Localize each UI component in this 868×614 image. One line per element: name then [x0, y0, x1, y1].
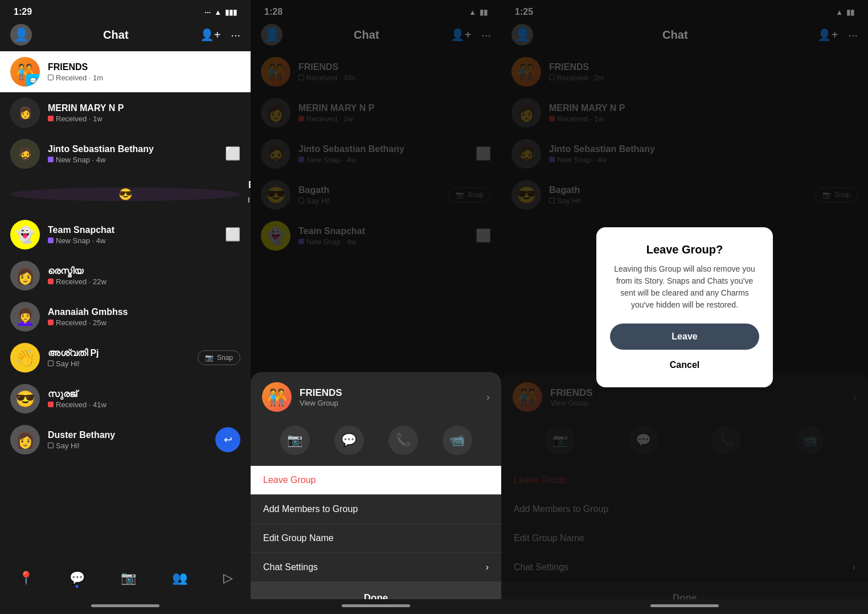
merin-avatar: 👩 [10, 98, 40, 128]
resmiya-info: രെസ്മിയ Received · 22w [48, 266, 240, 286]
merin-sub: Received · 1w [48, 114, 240, 123]
sub-icon-friends [48, 75, 54, 80]
nav-chat-icon[interactable]: 💬 [69, 571, 85, 586]
nav-chat-dot [76, 585, 79, 588]
bs-camera-btn[interactable]: 📷 [280, 425, 310, 455]
bs-group-info-2: FRIENDS View Group [300, 387, 342, 407]
home-indicator-2 [251, 599, 501, 614]
suraj-name: സുരജ് [48, 389, 240, 399]
jinto-avatar: 🧔 [10, 139, 40, 169]
suraj-sub: Received · 41w [48, 400, 240, 409]
sub-icon-snapchat [48, 238, 54, 243]
header-actions-1: 👤+ ··· [200, 28, 240, 42]
chat-item-ashathi[interactable]: 👋 അശ്വതി Pj Say Hi! 📷 Snap [0, 337, 251, 378]
chat-item-jinto[interactable]: 🧔 Jinto Sebastian Bethany New Snap · 4w … [0, 133, 251, 174]
modal-body: Leaving this Group will also remove you … [610, 263, 759, 311]
status-bar-1: 1:29 ··· ▲ ▮▮▮ [0, 0, 251, 22]
resmiya-sub: Received · 22w [48, 277, 240, 286]
nav-friends-icon[interactable]: 👥 [172, 571, 187, 586]
chat-item-resmiya[interactable]: 👩 രെസ്മിയ Received · 22w [0, 255, 251, 296]
friends-sub: Received · 1m [48, 73, 240, 82]
team-snapchat-sub: New Snap · 4w [48, 236, 217, 245]
duster-action[interactable]: ↩ [215, 427, 240, 452]
bs-phone-btn[interactable]: 📞 [388, 425, 418, 455]
wifi-icon: ▲ [214, 8, 222, 17]
battery-icon: ▮▮▮ [225, 8, 237, 17]
sub-icon-resmiya [48, 279, 54, 284]
ashathi-info: അശ്വതി Pj Say Hi! [48, 348, 190, 368]
snap-button-ashathi[interactable]: 📷 Snap [198, 350, 240, 365]
phone-1: 1:29 ··· ▲ ▮▮▮ 👤 Chat 👤+ ··· 🧑‍🤝‍🧑 💬 [0, 0, 251, 614]
add-members-item-2[interactable]: Add Members to Group [251, 495, 501, 524]
sub-icon-suraj [48, 402, 54, 407]
nav-story-icon[interactable]: ▷ [223, 571, 233, 586]
bs-chat-btn[interactable]: 💬 [334, 425, 364, 455]
sub-icon-merin [48, 116, 54, 121]
sub-icon-bagath [248, 197, 249, 203]
nav-map-icon[interactable]: 📍 [18, 571, 34, 586]
home-indicator-3 [501, 599, 868, 614]
chat-list-1: 🧑‍🤝‍🧑 💬 FRIENDS Received · 1m 👩 MERIN MA… [0, 51, 251, 564]
sub-icon-jinto [48, 157, 54, 162]
edit-group-name-item-2[interactable]: Edit Group Name [251, 524, 501, 553]
add-friend-icon[interactable]: 👤+ [200, 28, 221, 42]
leave-group-item-2[interactable]: Leave Group [251, 466, 501, 495]
bs-group-name-2: FRIENDS [300, 387, 342, 399]
bs-group-avatar-2: 🧑‍🤝‍🧑 [262, 382, 292, 412]
bs-chevron-2: › [486, 391, 490, 403]
chat-item-suraj[interactable]: 😎 സുരജ് Received · 41w [0, 378, 251, 419]
team-snapchat-info: Team Snapchat New Snap · 4w [48, 225, 217, 245]
snap-label-ashathi: Snap [217, 354, 233, 362]
chat-item-merin[interactable]: 👩 MERIN MARY N P Received · 1w [0, 92, 251, 133]
duster-info: Duster Bethany Say Hi! [48, 430, 207, 450]
nav-camera-icon[interactable]: 📷 [121, 571, 136, 586]
jinto-action: ⬜ [225, 146, 240, 161]
chat-settings-item-2[interactable]: Chat Settings › [251, 553, 501, 582]
suraj-info: സുരജ് Received · 41w [48, 389, 240, 409]
phone-2: 1:28 ▲ ▮▮ 👤 Chat 👤+ ··· 🧑‍🤝‍🧑 FRIENDS R [251, 0, 501, 614]
chat-item-team-snapchat[interactable]: 👻 Team Snapchat New Snap · 4w ⬜ [0, 214, 251, 255]
chat-item-duster[interactable]: 👩 Duster Bethany Say Hi! ↩ [0, 419, 251, 460]
chat-item-bagath[interactable]: 😎 Bagath Say Hi! 📷 Snap [0, 174, 251, 214]
signal-icon: ··· [204, 8, 211, 17]
chat-settings-chevron-2: › [486, 562, 489, 572]
bs-actions-2: 📷 💬 📞 📹 [251, 420, 501, 466]
edit-group-name-label-2: Edit Group Name [263, 533, 334, 543]
user-avatar-1[interactable]: 👤 [10, 24, 32, 46]
resend-icon: ↩ [224, 433, 232, 446]
duster-avatar: 👩 [10, 425, 40, 455]
modal-leave-button[interactable]: Leave [610, 324, 759, 350]
merin-info: MERIN MARY N P Received · 1w [48, 103, 240, 123]
jinto-name: Jinto Sebastian Bethany [48, 144, 217, 154]
jinto-info: Jinto Sebastian Bethany New Snap · 4w [48, 144, 217, 164]
ashathi-name: അശ്വതി Pj [48, 348, 190, 358]
ananaiah-name: Ananaiah Gmbhss [48, 307, 240, 317]
leave-group-label-2: Leave Group [263, 475, 316, 485]
duster-sub: Say Hi! [48, 441, 207, 450]
bagath-avatar: 😎 [10, 187, 240, 201]
friends-name: FRIENDS [48, 62, 240, 72]
chat-item-ananaiah[interactable]: 👩‍🦱 Ananaiah Gmbhss Received · 25w [0, 296, 251, 337]
status-time-1: 1:29 [14, 7, 32, 17]
suraj-avatar: 😎 [10, 384, 40, 414]
friends-info: FRIENDS Received · 1m [48, 62, 240, 82]
leave-group-modal: Leave Group? Leaving this Group will als… [596, 227, 773, 387]
status-icons-1: ··· ▲ ▮▮▮ [204, 8, 237, 17]
bs-video-btn[interactable]: 📹 [443, 425, 472, 455]
more-options-icon[interactable]: ··· [231, 28, 240, 42]
resend-button-duster[interactable]: ↩ [215, 427, 240, 452]
bs-group-header-2[interactable]: 🧑‍🤝‍🧑 FRIENDS View Group › [251, 372, 501, 420]
team-snapchat-avatar: 👻 [10, 220, 40, 249]
friends-avatar: 🧑‍🤝‍🧑 💬 [10, 57, 40, 87]
ashathi-action[interactable]: 📷 Snap [198, 350, 240, 365]
sub-icon-ashathi [48, 361, 54, 366]
duster-name: Duster Bethany [48, 430, 207, 440]
jinto-sub: New Snap · 4w [48, 155, 217, 164]
modal-title: Leave Group? [610, 243, 759, 256]
ananaiah-avatar: 👩‍🦱 [10, 302, 40, 331]
home-indicator-1 [0, 599, 251, 614]
modal-cancel-button[interactable]: Cancel [610, 352, 759, 378]
chat-item-friends[interactable]: 🧑‍🤝‍🧑 💬 FRIENDS Received · 1m [0, 51, 251, 92]
team-snapchat-name: Team Snapchat [48, 225, 217, 235]
sub-icon-ananaiah [48, 320, 54, 325]
